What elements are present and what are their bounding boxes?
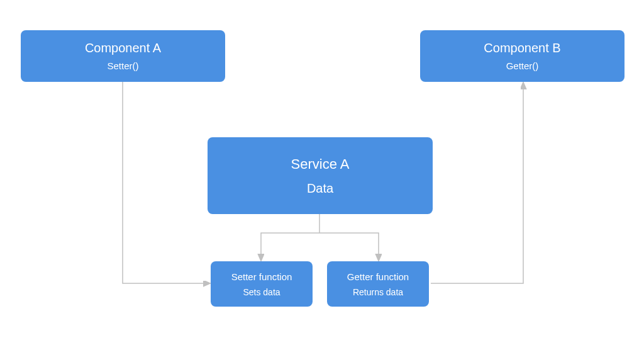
box-service-a: Service A Data [208, 137, 433, 214]
component-b-title: Component B [484, 41, 560, 55]
arrow-componentA-to-setter [123, 81, 209, 283]
arrow-service-to-setter [261, 233, 319, 259]
getter-fn-subtitle: Returns data [353, 287, 403, 297]
component-a-subtitle: Setter() [107, 60, 138, 71]
box-component-a: Component A Setter() [21, 30, 225, 82]
box-getter-function: Getter function Returns data [327, 261, 429, 307]
arrow-getter-to-componentB [431, 84, 523, 283]
arrow-service-to-getter [319, 233, 379, 259]
component-a-title: Component A [85, 41, 161, 55]
component-b-subtitle: Getter() [506, 60, 539, 71]
box-setter-function: Setter function Sets data [211, 261, 313, 307]
service-a-title: Service A [291, 156, 350, 173]
getter-fn-title: Getter function [347, 271, 409, 282]
setter-fn-title: Setter function [231, 271, 292, 282]
setter-fn-subtitle: Sets data [243, 287, 280, 297]
box-component-b: Component B Getter() [420, 30, 625, 82]
service-a-subtitle: Data [307, 181, 333, 196]
diagram-canvas: Component A Setter() Component B Getter(… [0, 0, 644, 340]
